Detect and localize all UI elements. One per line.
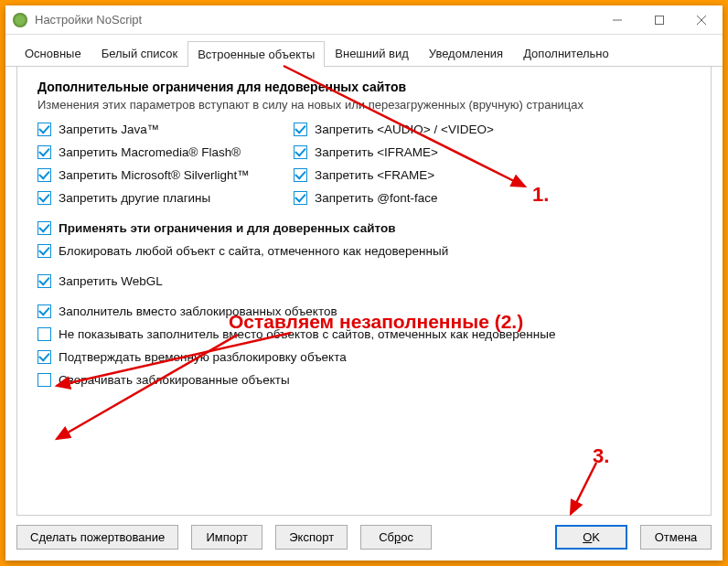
tab-notifications[interactable]: Уведомления — [419, 40, 513, 66]
checkbox-forbid-frame[interactable]: Запретить <FRAME> — [294, 168, 494, 182]
settings-window: Настройки NoScript Основные Белый список… — [5, 5, 723, 561]
window-controls — [596, 5, 723, 34]
check-icon — [37, 304, 51, 318]
tab-appearance[interactable]: Внешний вид — [325, 40, 419, 66]
checkbox-grid: Запретить Java™ Запретить Macromedia® Fl… — [37, 123, 691, 205]
checkbox-forbid-plugins[interactable]: Запретить другие плагины — [37, 191, 294, 205]
reset-button[interactable]: Сброс — [360, 525, 432, 550]
check-icon — [37, 373, 51, 387]
minimize-button[interactable] — [596, 5, 638, 34]
import-button[interactable]: Импорт — [191, 525, 262, 550]
checkbox-placeholder[interactable]: Заполнитель вместо заблокированных объек… — [37, 304, 691, 318]
check-icon — [294, 191, 307, 205]
checkbox-forbid-fontface[interactable]: Запретить @font-face — [294, 191, 494, 205]
check-icon — [37, 168, 51, 182]
titlebar: Настройки NoScript — [5, 5, 723, 35]
tab-whitelist[interactable]: Белый список — [91, 40, 188, 66]
cancel-button[interactable]: Отмена — [640, 525, 712, 550]
tab-general[interactable]: Основные — [15, 40, 91, 66]
check-icon — [37, 191, 51, 205]
ok-button[interactable]: OK — [555, 525, 627, 550]
section-title: Дополнительные ограничения для недоверен… — [37, 80, 691, 94]
window-title: Настройки NoScript — [35, 13, 596, 27]
checkbox-confirm-unblock[interactable]: Подтверждать временную разблокировку объ… — [37, 350, 691, 364]
app-icon — [13, 13, 27, 27]
close-icon — [697, 16, 706, 25]
checkbox-block-untrusted-objects[interactable]: Блокировать любой объект с сайта, отмече… — [37, 244, 691, 258]
export-button[interactable]: Экспорт — [275, 525, 348, 550]
content-panel: Дополнительные ограничения для недоверен… — [16, 67, 712, 516]
minimize-icon — [613, 16, 622, 25]
checkbox-forbid-flash[interactable]: Запретить Macromedia® Flash® — [37, 145, 294, 159]
checkbox-forbid-iframe[interactable]: Запретить <IFRAME> — [294, 145, 494, 159]
footer-buttons: Сделать пожертвование Импорт Экспорт Сбр… — [5, 516, 723, 561]
check-icon — [294, 168, 307, 182]
grid-col-right: Запретить <AUDIO> / <VIDEO> Запретить <I… — [294, 123, 494, 205]
checkbox-forbid-webgl[interactable]: Запретить WebGL — [37, 274, 691, 288]
tab-bar: Основные Белый список Встроенные объекты… — [5, 35, 723, 67]
donate-button[interactable]: Сделать пожертвование — [16, 525, 178, 550]
check-icon — [37, 327, 51, 341]
check-icon — [294, 123, 307, 136]
svg-rect-1 — [656, 16, 664, 24]
tab-advanced[interactable]: Дополнительно — [513, 40, 619, 66]
check-icon — [37, 221, 51, 235]
check-icon — [37, 244, 51, 258]
maximize-button[interactable] — [638, 5, 680, 34]
check-icon — [294, 145, 307, 159]
checkbox-forbid-audio-video[interactable]: Запретить <AUDIO> / <VIDEO> — [294, 123, 494, 136]
check-icon — [37, 145, 51, 159]
check-icon — [37, 350, 51, 364]
checkbox-apply-trusted[interactable]: Применять эти ограничения и для доверенн… — [37, 221, 691, 235]
check-icon — [37, 274, 51, 288]
check-icon — [37, 123, 51, 136]
checkbox-hide-placeholder-untrusted[interactable]: Не показывать заполнитель вместо объекто… — [37, 327, 691, 341]
tab-embedded[interactable]: Встроенные объекты — [187, 41, 325, 67]
section-subtitle: Изменения этих параметров вступают в сил… — [37, 98, 691, 112]
checkbox-forbid-silverlight[interactable]: Запретить Microsoft® Silverlight™ — [37, 168, 294, 182]
maximize-icon — [655, 16, 664, 25]
grid-col-left: Запретить Java™ Запретить Macromedia® Fl… — [37, 123, 294, 205]
full-width-list: Применять эти ограничения и для доверенн… — [37, 221, 691, 387]
close-button[interactable] — [680, 5, 723, 34]
checkbox-collapse-blocked[interactable]: Сворачивать заблокированные объекты — [37, 373, 691, 387]
checkbox-forbid-java[interactable]: Запретить Java™ — [37, 123, 294, 136]
